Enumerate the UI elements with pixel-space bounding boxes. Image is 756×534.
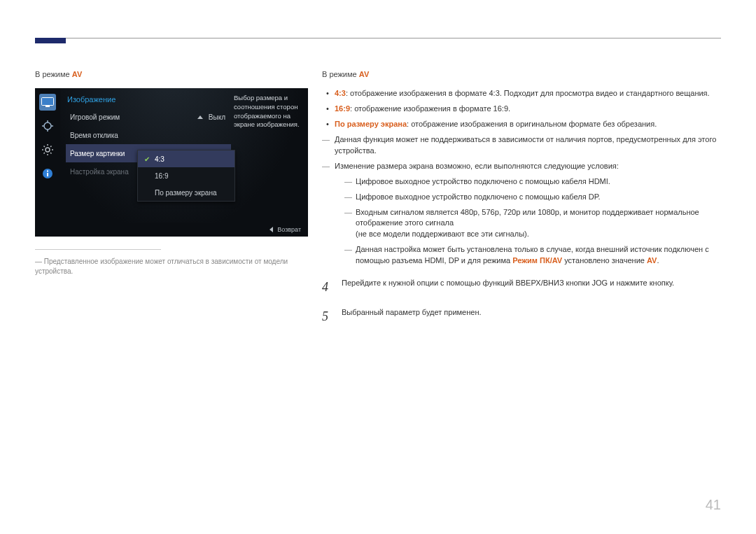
mode-prefix: В режиме	[35, 70, 72, 78]
osd-title: Изображение	[67, 95, 231, 104]
osd-row-label: Размер картинки	[70, 150, 125, 157]
subnote-signal: Входным сигналом является 480p, 576p, 72…	[335, 207, 721, 241]
osd-sub-label: 4:3	[155, 155, 164, 163]
notes: Данная функция может не поддерживаться в…	[322, 134, 721, 267]
chevron-up-icon	[197, 115, 203, 119]
bullet-16-9: 16:9: отображение изображения в формате …	[322, 104, 721, 115]
footnote-dash: ―	[35, 258, 44, 265]
note-1: Данная функция может не поддерживаться в…	[322, 134, 721, 157]
page-number: 41	[706, 497, 721, 513]
bullet-text: : отображение изображения в формате 16:9…	[350, 104, 510, 113]
osd-row-response[interactable]: Время отклика	[66, 126, 231, 144]
osd-footer: Возврат	[60, 223, 308, 237]
step-5-text: Выбранный параметр будет применен.	[342, 307, 482, 325]
gear-icon[interactable]	[39, 141, 56, 158]
step-5-num: 5	[322, 307, 332, 325]
target-icon[interactable]	[39, 118, 56, 134]
osd-panel: Изображение Игровой режим Выкл Время отк…	[35, 88, 308, 237]
svg-point-2	[44, 122, 51, 129]
mode-suffix: AV	[359, 70, 369, 78]
subnote-signal-b: (не все модели поддерживают все эти сигн…	[356, 229, 721, 240]
osd-footer-label[interactable]: Возврат	[277, 226, 301, 233]
bullet-list: 4:3: отображение изображения в формате 4…	[322, 88, 721, 130]
step-4-text: Перейдите к нужной опции с помощью функц…	[342, 278, 674, 296]
step-4: 4 Перейдите к нужной опции с помощью фун…	[322, 278, 721, 296]
header-accent	[35, 38, 66, 43]
left-column: В режиме AV Изображение Игровой режим	[35, 70, 308, 276]
monitor-icon[interactable]	[39, 94, 56, 111]
osd-submenu: ✔ 4:3 16:9 По размеру экрана	[137, 150, 235, 202]
subnote-mode-hl2: AV	[647, 256, 657, 265]
note-2-text: Изменение размера экрана возможно, если …	[335, 162, 619, 170]
svg-rect-6	[47, 171, 48, 172]
osd-row-label: Время отклика	[70, 132, 118, 139]
subnote-mode: Данная настройка может быть установлена …	[335, 244, 721, 267]
svg-rect-0	[42, 98, 54, 106]
bullet-text: : отображение изображения в формате 4:3.…	[346, 89, 710, 97]
svg-rect-1	[46, 106, 50, 107]
header-rule	[35, 38, 721, 48]
mode-label-left: В режиме AV	[35, 70, 308, 78]
osd-sub-16-9[interactable]: 16:9	[138, 167, 234, 184]
osd-description: Выбор размера и соотношения сторон отобр…	[234, 94, 302, 129]
osd-row-value: Выкл	[209, 113, 225, 121]
subnote-dp: Цифровое выходное устройство подключено …	[335, 192, 721, 203]
step-5: 5 Выбранный параметр будет применен.	[322, 307, 721, 325]
svg-rect-5	[47, 173, 48, 176]
subnote-mode-mid: установлено значение	[562, 256, 647, 265]
bullet-text: : отображение изображения в оригинальном…	[407, 120, 657, 128]
bullet-bold: 4:3	[335, 89, 346, 97]
right-column: В режиме AV 4:3: отображение изображения…	[322, 70, 721, 325]
bullet-4-3: 4:3: отображение изображения в формате 4…	[322, 88, 721, 99]
mode-prefix: В режиме	[322, 70, 359, 78]
subnote-signal-a: Входным сигналом является 480p, 576p, 72…	[356, 208, 699, 227]
info-icon[interactable]	[39, 165, 56, 182]
note-2: Изменение размера экрана возможно, если …	[322, 161, 721, 267]
osd-sub-label: 16:9	[155, 172, 168, 180]
osd-row-label: Игровой режим	[70, 113, 120, 121]
chevron-left-icon	[270, 227, 273, 232]
footnote-divider	[35, 249, 161, 250]
step-4-num: 4	[322, 278, 332, 296]
subnote-hdmi: Цифровое выходное устройство подключено …	[335, 176, 721, 188]
osd-row-label: Настройка экрана	[70, 168, 129, 176]
bullet-fit: По размеру экрана: отображение изображен…	[322, 119, 721, 130]
bullet-bold: 16:9	[335, 104, 350, 113]
subnote-mode-end: .	[657, 256, 659, 265]
osd-sub-label: По размеру экрана	[155, 189, 216, 197]
subnote-mode-hl1: Режим ПК/AV	[512, 256, 562, 265]
subnotes: Цифровое выходное устройство подключено …	[335, 176, 721, 267]
osd-sub-4-3[interactable]: ✔ 4:3	[138, 150, 234, 167]
footnote-text: Представленное изображение может отличат…	[35, 258, 288, 275]
mode-label-right: В режиме AV	[322, 70, 721, 78]
bullet-bold: По размеру экрана	[335, 120, 407, 128]
mode-suffix: AV	[72, 70, 82, 78]
check-icon: ✔	[144, 155, 150, 162]
svg-point-3	[46, 148, 50, 152]
footnote: ― Представленное изображение может отлич…	[35, 257, 308, 276]
osd-row-game[interactable]: Игровой режим Выкл	[66, 108, 231, 126]
osd-sidebar	[35, 88, 60, 237]
osd-sub-fit[interactable]: По размеру экрана	[138, 184, 234, 201]
